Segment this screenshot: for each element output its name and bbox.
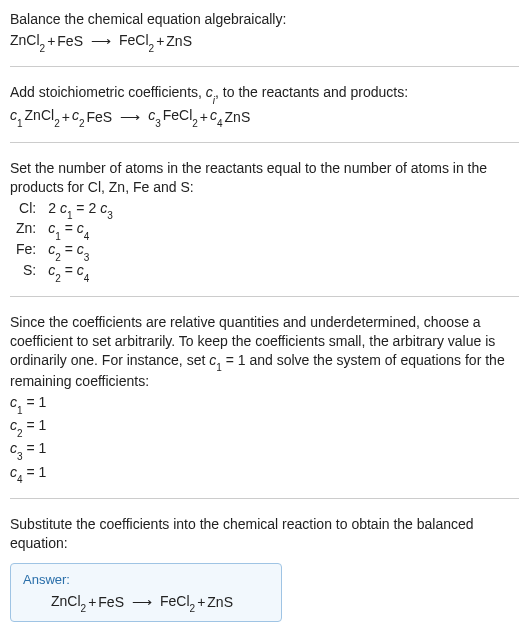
plus: + [62,108,70,127]
assign-row: c2 = 1 [10,416,519,437]
arrow-icon: ⟶ [114,108,146,127]
c4: c4 [210,106,223,127]
answer-label: Answer: [23,572,269,587]
c2: c2 [72,106,85,127]
table-row: Fe: c2 = c3 [10,240,119,261]
plus: + [197,594,205,610]
balance-eq: c2 = c3 [42,240,118,261]
unbalanced-equation: ZnCl2 + FeS ⟶ FeCl2 + ZnS [10,31,519,52]
reactant-1: ZnCl2 [51,593,86,612]
product-2: ZnS [207,594,233,610]
section-answer: Substitute the coefficients into the che… [10,498,519,623]
product-1: FeCl2 [163,106,198,127]
balance-eq: 2 c1 = 2 c3 [42,199,118,220]
section-coefficients: Add stoichiometric coefficients, ci, to … [10,66,519,128]
atom-balance-text: Set the number of atoms in the reactants… [10,159,519,197]
atom-balance-table: Cl: 2 c1 = 2 c3 Zn: c1 = c4 Fe: c2 = c3 … [10,199,119,282]
reactant-1: ZnCl2 [10,31,45,52]
table-row: Cl: 2 c1 = 2 c3 [10,199,119,220]
product-1: FeCl2 [160,593,195,612]
arrow-icon: ⟶ [85,32,117,51]
product-1: FeCl2 [119,31,154,52]
section-atom-balance: Set the number of atoms in the reactants… [10,142,519,282]
solve-text: Since the coefficients are relative quan… [10,313,519,391]
table-row: Zn: c1 = c4 [10,219,119,240]
plus: + [200,108,208,127]
reactant-1: ZnCl2 [25,106,60,127]
arrow-icon: ⟶ [126,594,158,610]
table-row: S: c2 = c4 [10,261,119,282]
answer-box: Answer: ZnCl2 + FeS ⟶ FeCl2 + ZnS [10,563,282,623]
product-2: ZnS [166,32,192,51]
element-label: S: [10,261,42,282]
balance-eq: c2 = c4 [42,261,118,282]
element-label: Fe: [10,240,42,261]
section-problem: Balance the chemical equation algebraica… [10,10,519,52]
substitute-text: Substitute the coefficients into the che… [10,515,519,553]
c1: c1 [10,106,23,127]
plus: + [47,32,55,51]
assign-row: c1 = 1 [10,393,519,414]
coeff-equation: c1 ZnCl2 + c2 FeS ⟶ c3 FeCl2 + c4 ZnS [10,106,519,127]
plus: + [156,32,164,51]
c3: c3 [148,106,161,127]
product-2: ZnS [225,108,251,127]
element-label: Zn: [10,219,42,240]
coeff-instruction: Add stoichiometric coefficients, ci, to … [10,83,519,104]
problem-title: Balance the chemical equation algebraica… [10,10,519,29]
reactant-2: FeS [86,108,112,127]
section-solve: Since the coefficients are relative quan… [10,296,519,484]
balance-eq: c1 = c4 [42,219,118,240]
plus: + [88,594,96,610]
reactant-2: FeS [98,594,124,610]
reactant-2: FeS [57,32,83,51]
assign-row: c4 = 1 [10,463,519,484]
assign-row: c3 = 1 [10,439,519,460]
element-label: Cl: [10,199,42,220]
balanced-equation: ZnCl2 + FeS ⟶ FeCl2 + ZnS [23,593,269,612]
